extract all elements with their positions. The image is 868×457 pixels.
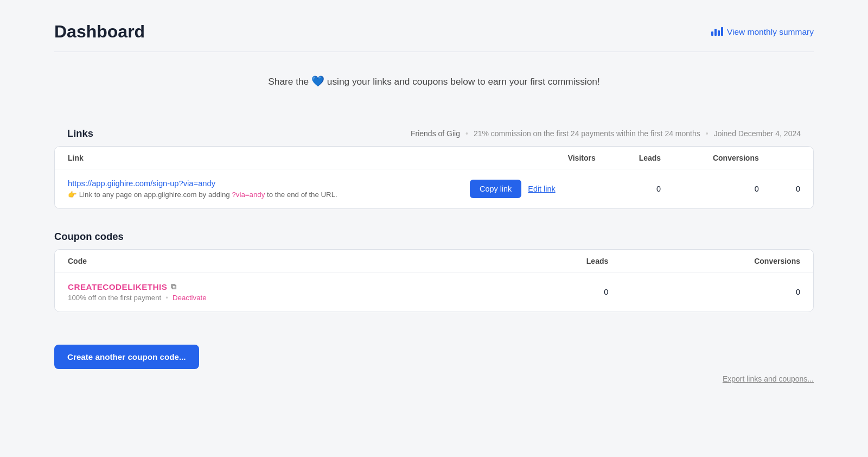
coupons-section: Coupon codes Code Leads Conversions CREA…	[54, 231, 814, 383]
hint-prefix: 👉 Link to any page on app.giighire.com b…	[68, 191, 230, 199]
copy-link-button[interactable]: Copy link	[470, 180, 521, 198]
hint-suffix: to the end of the URL.	[267, 191, 337, 199]
link-cell: https://app.giighire.com/sign-up?via=and…	[55, 169, 457, 208]
col-leads: Leads	[609, 147, 674, 169]
coupon-code: CREATECODELIKETHIS ⧉	[68, 282, 481, 291]
coupons-footer: Create another coupon code...	[54, 334, 814, 369]
col-conversions: Conversions	[674, 147, 772, 169]
links-table: Link Visitors Leads Conversions https://…	[55, 147, 813, 208]
coupons-section-title: Coupon codes	[54, 231, 124, 242]
col-coupon-leads: Leads	[494, 250, 622, 272]
links-table-container: Link Visitors Leads Conversions https://…	[54, 146, 814, 209]
export-links-container: Export links and coupons...	[54, 369, 814, 383]
coupon-conversions-count: 0	[621, 272, 813, 312]
col-link: Link	[55, 147, 457, 169]
link-row: https://app.giighire.com/sign-up?via=and…	[55, 169, 813, 208]
links-section-title: Links	[67, 128, 93, 139]
hero-text-after: using your links and coupons below to ea…	[327, 76, 600, 87]
links-section-header: Links Friends of Giig • 21% commission o…	[54, 117, 814, 139]
coupon-code-value: CREATECODELIKETHIS	[68, 282, 167, 291]
coupon-dot: •	[165, 294, 168, 302]
link-hint: 👉 Link to any page on app.giighire.com b…	[68, 191, 337, 199]
commission-text: 21% commission on the first 24 payments …	[474, 129, 700, 138]
affiliate-link[interactable]: https://app.giighire.com/sign-up?via=and…	[68, 179, 444, 188]
col-coupon-conversions: Conversions	[621, 250, 813, 272]
view-monthly-label: View monthly summary	[727, 27, 814, 37]
via-param: ?via=andy	[232, 191, 265, 199]
view-monthly-link[interactable]: View monthly summary	[711, 22, 814, 38]
coupon-desc-text: 100% off on the first payment	[68, 294, 161, 302]
create-coupon-button[interactable]: Create another coupon code...	[54, 345, 199, 369]
dot-2: •	[706, 129, 709, 138]
conversions-count: 0	[772, 169, 813, 208]
copy-code-icon[interactable]: ⧉	[171, 282, 177, 291]
coupon-row: CREATECODELIKETHIS ⧉ 100% off on the fir…	[55, 272, 813, 312]
visitors-count: 0	[609, 169, 674, 208]
hero-section: Share the 💙 using your links and coupons…	[54, 74, 814, 90]
coupon-description: 100% off on the first payment • Deactiva…	[68, 294, 481, 302]
hero-text-before: Share the	[268, 76, 309, 87]
hero-heart-emoji: 💙	[311, 75, 324, 87]
deactivate-button[interactable]: Deactivate	[173, 294, 207, 302]
coupons-table: Code Leads Conversions CREATECODELIKETHI…	[55, 250, 813, 312]
joined-date: Joined December 4, 2024	[714, 129, 801, 138]
page-header: Dashboard View monthly summary	[54, 22, 814, 52]
program-name: Friends of Giig	[411, 129, 460, 138]
leads-count: 0	[674, 169, 772, 208]
coupon-leads-count: 0	[494, 272, 622, 312]
col-visitors: Visitors	[457, 147, 609, 169]
coupon-cell: CREATECODELIKETHIS ⧉ 100% off on the fir…	[55, 272, 494, 312]
export-link[interactable]: Export links and coupons...	[723, 375, 814, 383]
links-section-meta: Friends of Giig • 21% commission on the …	[411, 129, 801, 138]
dot-1: •	[465, 129, 468, 138]
page-title: Dashboard	[54, 22, 145, 42]
coupons-table-container: Code Leads Conversions CREATECODELIKETHI…	[54, 249, 814, 312]
bar-chart-icon	[711, 26, 723, 38]
link-actions-cell: Copy link Edit link	[457, 169, 609, 208]
col-code: Code	[55, 250, 494, 272]
edit-link-button[interactable]: Edit link	[528, 185, 555, 193]
